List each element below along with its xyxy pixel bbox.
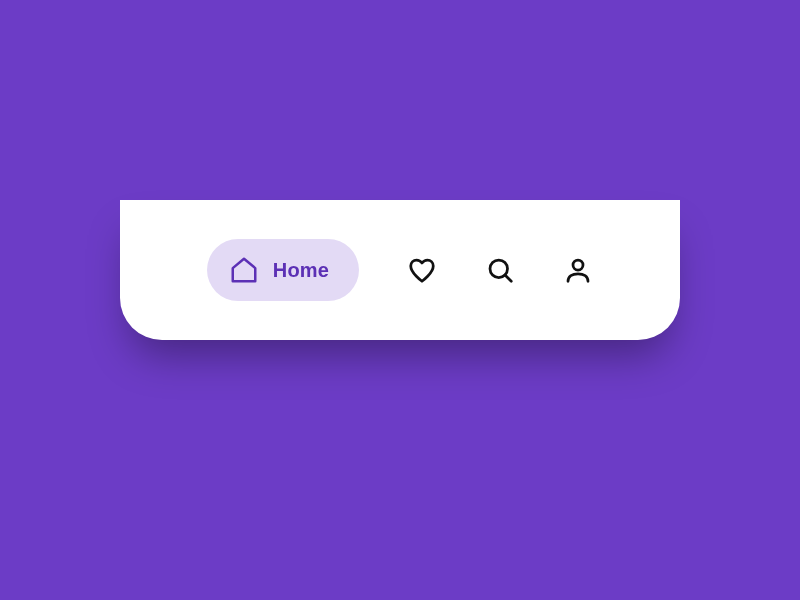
nav-item-likes[interactable] [407, 255, 437, 285]
user-icon [563, 255, 593, 285]
home-icon [229, 255, 259, 285]
search-icon [485, 255, 515, 285]
heart-icon [407, 255, 437, 285]
nav-item-home[interactable]: Home [207, 239, 359, 301]
nav-item-label: Home [273, 259, 329, 282]
nav-item-search[interactable] [485, 255, 515, 285]
nav-item-profile[interactable] [563, 255, 593, 285]
bottom-nav: Home [120, 200, 680, 340]
svg-line-1 [505, 275, 511, 281]
svg-point-2 [573, 260, 583, 270]
